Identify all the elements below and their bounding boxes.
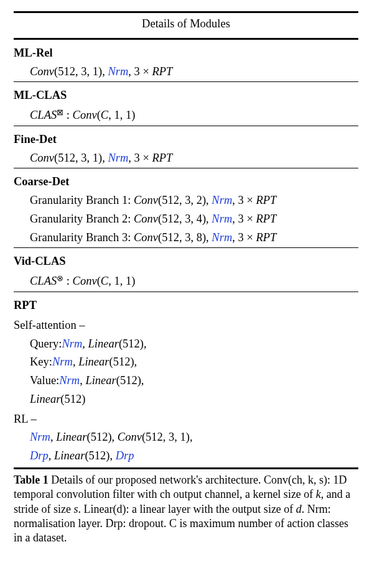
module-name: Vid-CLAS bbox=[14, 248, 358, 272]
caption-label: Table 1 bbox=[14, 474, 49, 486]
rpt-line: Nrm, Linear(512), Conv(512, 3, 1), bbox=[14, 429, 358, 448]
table-caption: Table 1 Details of our proposed network'… bbox=[14, 469, 358, 546]
module-block: ML-RelConv(512, 3, 1), Nrm, 3 × RPT bbox=[14, 40, 358, 83]
module-line: Granularity Branch 2: Conv(512, 3, 4), N… bbox=[14, 211, 358, 229]
rpt-subhead: RL – bbox=[14, 410, 358, 430]
module-line: CLAS⊗ : Conv(C, 1, 1) bbox=[14, 272, 358, 292]
module-block: Vid-CLASCLAS⊗ : Conv(C, 1, 1) bbox=[14, 248, 358, 292]
module-name: ML-CLAS bbox=[14, 82, 358, 106]
module-line: CLAS⊠ : Conv(C, 1, 1) bbox=[14, 106, 358, 126]
module-line: Conv(512, 3, 1), Nrm, 3 × RPT bbox=[14, 63, 358, 82]
module-name: RPT bbox=[14, 292, 358, 316]
module-block: ML-CLASCLAS⊠ : Conv(C, 1, 1) bbox=[14, 82, 358, 126]
rpt-line: Drp, Linear(512), Drp bbox=[14, 448, 358, 466]
module-block: Coarse-DetGranularity Branch 1: Conv(512… bbox=[14, 168, 358, 248]
module-rpt: RPT Self-attention –Query:Nrm, Linear(51… bbox=[14, 292, 358, 466]
rpt-line: Query:Nrm, Linear(512), bbox=[14, 336, 358, 354]
rpt-line: Key:Nrm, Linear(512), bbox=[14, 354, 358, 372]
modules-container: ML-RelConv(512, 3, 1), Nrm, 3 × RPTML-CL… bbox=[14, 40, 358, 292]
rpt-line: Value:Nrm, Linear(512), bbox=[14, 372, 358, 391]
table-header: Details of Modules bbox=[14, 13, 358, 40]
module-name: Fine-Det bbox=[14, 126, 358, 150]
module-name: Coarse-Det bbox=[14, 168, 358, 192]
module-name: ML-Rel bbox=[14, 40, 358, 63]
module-line: Granularity Branch 1: Conv(512, 3, 2), N… bbox=[14, 192, 358, 211]
rpt-subhead: Self-attention – bbox=[14, 316, 358, 336]
module-line: Conv(512, 3, 1), Nrm, 3 × RPT bbox=[14, 150, 358, 168]
module-block: Fine-DetConv(512, 3, 1), Nrm, 3 × RPT bbox=[14, 126, 358, 169]
rpt-line: Linear(512) bbox=[14, 391, 358, 410]
module-line: Granularity Branch 3: Conv(512, 3, 8), N… bbox=[14, 229, 358, 248]
